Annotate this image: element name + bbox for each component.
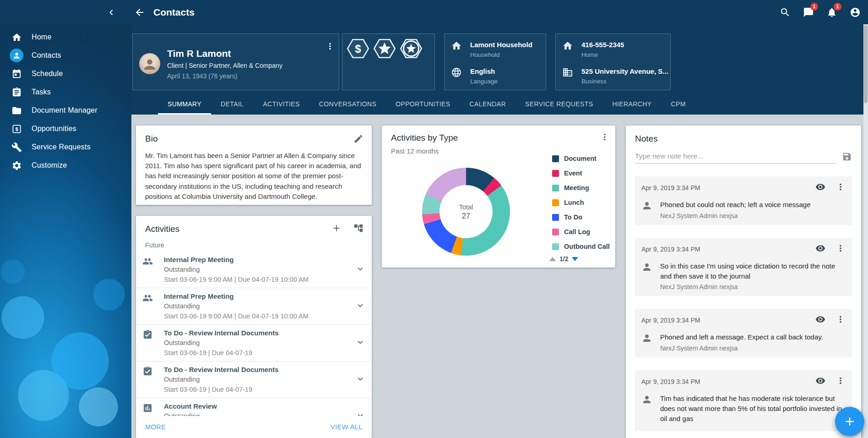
- legend-page-down-icon[interactable]: [572, 257, 578, 261]
- note-text: Tim has indicated that he has moderate r…: [660, 394, 846, 423]
- new-note-input[interactable]: [635, 149, 836, 164]
- address-row[interactable]: 525 University Avenue, S... Business: [562, 67, 667, 86]
- note-item: Apr 9, 2019 3:34 PM So in this case I'm …: [635, 238, 852, 296]
- sidebar-item-customize[interactable]: Customize: [0, 156, 131, 175]
- legend-swatch: [552, 214, 559, 221]
- dollar-badge-icon[interactable]: $: [346, 37, 370, 60]
- note-kebab-icon[interactable]: [835, 376, 846, 388]
- sidebar-item-label: Service Requests: [32, 143, 91, 151]
- activity-status: Outstanding: [164, 302, 309, 311]
- legend-label: Document: [564, 155, 597, 162]
- household-name: Lamont Household: [470, 40, 532, 49]
- sidebar-item-schedule[interactable]: Schedule: [0, 65, 131, 83]
- group-icon: [142, 293, 153, 304]
- contact-summary-panel: Tim R Lamont Client | Senior Partner, Al…: [132, 33, 339, 90]
- app-window: Contacts 1 1 Home Contacts: [0, 0, 868, 438]
- notifications-badge: 1: [834, 3, 841, 11]
- note-kebab-icon[interactable]: [835, 243, 846, 255]
- legend-pager: 1/2: [549, 255, 578, 263]
- tab-service-requests[interactable]: SERVICE REQUESTS: [515, 94, 603, 115]
- eye-icon[interactable]: [815, 376, 825, 388]
- tab-activities[interactable]: ACTIVITIES: [253, 94, 309, 115]
- donut-total-value: 27: [462, 212, 470, 220]
- sidebar-item-label: Opportunities: [32, 125, 76, 133]
- activity-title: To Do - Review Internal Documents: [164, 365, 279, 374]
- scrollbar-thumb[interactable]: [864, 25, 868, 103]
- sidebar-item-label: Contacts: [32, 51, 61, 60]
- contact-header: Tim R Lamont Client | Senior Partner, Al…: [131, 24, 868, 115]
- household-row[interactable]: Lamont Household Household: [451, 40, 542, 59]
- activity-row[interactable]: Account Review Outstanding Start 24-05-1…: [136, 398, 372, 416]
- edit-pencil-icon[interactable]: [353, 134, 363, 146]
- view-all-button[interactable]: VIEW ALL: [331, 423, 363, 431]
- chart-menu-kebab-icon[interactable]: [600, 132, 610, 144]
- save-note-icon[interactable]: [842, 152, 852, 164]
- activity-status: Outstanding: [164, 265, 309, 274]
- activity-status: Outstanding: [164, 339, 279, 347]
- note-date: Apr 9, 2019 3:34 PM: [641, 184, 700, 192]
- tab-hierarchy[interactable]: HIERARCHY: [603, 94, 662, 115]
- contact-name: Tim R Lamont: [167, 48, 317, 60]
- sidebar-item-home[interactable]: Home: [0, 28, 131, 46]
- more-button[interactable]: MORE: [145, 423, 166, 431]
- legend-item: Document: [552, 151, 610, 166]
- note-kebab-icon[interactable]: [835, 314, 846, 326]
- legend-swatch: [552, 185, 559, 192]
- task-check-icon: [142, 329, 153, 340]
- back-icon[interactable]: [131, 4, 148, 21]
- tab-conversations[interactable]: CONVERSATIONS: [309, 94, 386, 115]
- tab-opportunities[interactable]: OPPORTUNITIES: [386, 94, 460, 115]
- chat-icon[interactable]: 1: [800, 4, 817, 21]
- search-icon[interactable]: [777, 4, 793, 21]
- avatar: [139, 53, 160, 74]
- sidebar-item-opportunities[interactable]: Opportunities: [0, 120, 131, 138]
- activity-row[interactable]: To Do - Review Internal Documents Outsta…: [136, 325, 372, 361]
- globe-icon: [451, 67, 463, 79]
- activity-row[interactable]: Internal Prep Meeting Outstanding Start …: [136, 252, 372, 288]
- chevron-down-icon[interactable]: [355, 411, 365, 416]
- bar-chart-icon: [142, 403, 153, 414]
- tab-cpm[interactable]: CPM: [662, 94, 695, 115]
- activity-status: Outstanding: [164, 412, 252, 416]
- sidebar-item-document-manager[interactable]: Document Manager: [0, 101, 131, 120]
- legend-swatch: [552, 199, 559, 206]
- legend-label: To Do: [564, 214, 582, 221]
- sidebar-item-contacts[interactable]: Contacts: [0, 46, 131, 65]
- sidebar-item-service-requests[interactable]: Service Requests: [0, 138, 131, 156]
- legend-page-up-icon[interactable]: [549, 257, 556, 261]
- contact-menu-kebab-icon[interactable]: [325, 41, 335, 53]
- star-badge-icon[interactable]: [373, 37, 396, 60]
- chevron-down-icon[interactable]: [355, 301, 365, 312]
- tab-detail[interactable]: DETAIL: [211, 94, 253, 115]
- eye-icon[interactable]: [815, 182, 825, 194]
- chevron-down-icon[interactable]: [355, 337, 365, 349]
- add-fab-button[interactable]: [835, 407, 864, 436]
- tab-summary[interactable]: SUMMARY: [158, 94, 211, 115]
- sidebar-item-tasks[interactable]: Tasks: [0, 83, 131, 101]
- donut-chart: Total 27: [422, 168, 510, 256]
- tab-bar: SUMMARY DETAIL ACTIVITIES CONVERSATIONS …: [158, 94, 695, 115]
- note-text: Phoned and left a message. Expect a call…: [660, 332, 823, 342]
- tab-calendar[interactable]: CALENDAR: [460, 94, 515, 115]
- activity-row[interactable]: To Do - Review Internal Documents Outsta…: [136, 361, 372, 398]
- note-kebab-icon[interactable]: [835, 182, 846, 194]
- chevron-down-icon[interactable]: [355, 264, 365, 276]
- phone-value: 416-555-2345: [581, 40, 624, 49]
- hierarchy-tree-icon[interactable]: [353, 223, 363, 235]
- wrench-icon: [11, 141, 22, 153]
- eye-icon[interactable]: [815, 314, 825, 326]
- activities-tools: [331, 223, 363, 235]
- activity-title: To Do - Review Internal Documents: [164, 328, 279, 337]
- eye-icon[interactable]: [815, 243, 825, 255]
- notifications-icon[interactable]: 1: [824, 4, 840, 21]
- household-label: Household: [470, 50, 532, 59]
- chevron-down-icon[interactable]: [355, 374, 365, 386]
- address-value: 525 University Avenue, S...: [581, 67, 668, 76]
- tasks-icon: [11, 86, 22, 98]
- add-activity-icon[interactable]: [331, 223, 342, 235]
- account-icon[interactable]: [847, 4, 863, 21]
- sidebar-collapse-icon[interactable]: [103, 4, 119, 21]
- activity-row[interactable]: Internal Prep Meeting Outstanding Start …: [136, 288, 372, 325]
- phone-row[interactable]: 416-555-2345 Home: [562, 40, 667, 59]
- star-circle-badge-icon[interactable]: [399, 37, 423, 60]
